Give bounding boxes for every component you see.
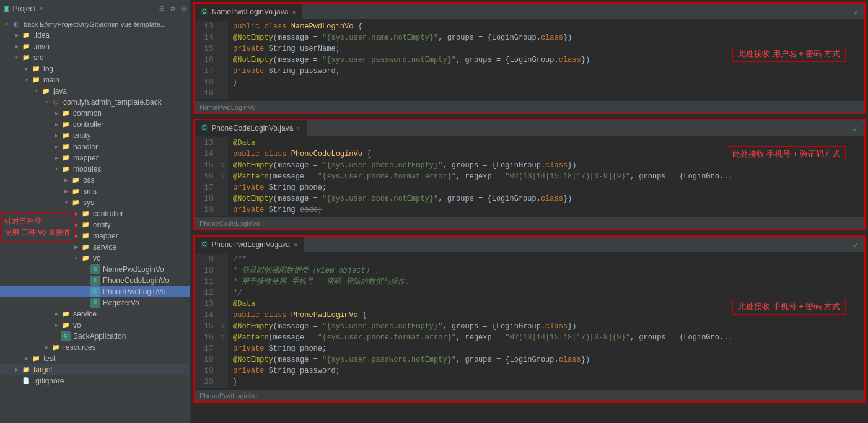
code-text: (message = bbox=[269, 172, 318, 181]
line-number: 13 bbox=[195, 21, 218, 32]
sidebar-item-com-lyh[interactable]: ▾ ⬡ com.lyh.admin_template.back bbox=[0, 97, 190, 108]
line-number: 15 bbox=[195, 43, 218, 55]
file-icon: 📄 bbox=[21, 376, 31, 386]
code-line: 17 private String password; bbox=[195, 66, 864, 77]
sidebar-item-java[interactable]: ▾ 📁 java bbox=[0, 85, 190, 97]
sidebar-item-sys-controller[interactable]: ▶ 📁 controller bbox=[0, 208, 190, 219]
tab-close-button[interactable]: × bbox=[297, 124, 300, 132]
code-text: }) bbox=[563, 33, 572, 42]
folder-icon: 📁 bbox=[61, 120, 71, 129]
sidebar-item-main[interactable]: ▾ 📁 main bbox=[0, 74, 190, 85]
tab-phonecodeloginvo[interactable]: C PhoneCodeLoginVo.java × bbox=[195, 120, 308, 136]
layout-icon[interactable]: ⇄ bbox=[170, 4, 175, 14]
folder-icon: 📁 bbox=[61, 142, 71, 152]
sidebar-item-sys-service[interactable]: ▶ 📁 service bbox=[0, 242, 190, 253]
sidebar-item-PhoneCodeLoginVo[interactable]: C PhoneCodeLoginVo bbox=[0, 275, 190, 286]
sidebar-item-sms[interactable]: ▶ 📁 sms bbox=[0, 186, 190, 197]
fold-icon[interactable]: ▽ bbox=[218, 332, 228, 343]
sidebar-item-sys-mapper[interactable]: ▶ 📁 mapper bbox=[0, 230, 190, 242]
sidebar-item-mapper[interactable]: ▶ 📁 mapper bbox=[0, 152, 190, 164]
line-content: @Data bbox=[228, 299, 255, 310]
folder-icon: 📁 bbox=[31, 75, 41, 85]
sidebar-item-handler[interactable]: ▶ 📁 handler bbox=[0, 141, 190, 152]
java-tab-icon: C bbox=[201, 8, 208, 15]
expand-arrow: ▶ bbox=[12, 32, 21, 39]
code-line: 17 private String phone; bbox=[195, 182, 864, 193]
tab-phonepwdloginvo[interactable]: C PhonePwdLoginVo.java × bbox=[195, 237, 304, 252]
sidebar-item-src[interactable]: ▾ 📁 src bbox=[0, 52, 190, 63]
line-number: 15 bbox=[195, 321, 218, 332]
code-text: , groups = {LoginGro... bbox=[630, 333, 733, 342]
package-icon: ⬡ bbox=[51, 97, 61, 107]
tab-close-button[interactable]: × bbox=[294, 241, 297, 248]
line-number: 14 bbox=[195, 310, 218, 321]
line-number: 10 bbox=[195, 265, 218, 276]
keyword: public bbox=[233, 311, 264, 320]
string-literal: "{sys.user.phone.notEmpty}" bbox=[322, 322, 442, 331]
sidebar-item-BackApplication[interactable]: C BackApplication bbox=[0, 331, 190, 342]
code-line: 13 @Data bbox=[195, 137, 864, 149]
sidebar-item-back[interactable]: ▾ ◧ back E:\myProject\myGit\admin-vue-te… bbox=[0, 19, 190, 30]
gutter bbox=[218, 32, 228, 43]
line-number: 14 bbox=[195, 32, 218, 43]
gear-icon[interactable]: ⚙ bbox=[182, 4, 186, 14]
code-line: 16 @NotEmpty(message = "{sys.user.passwo… bbox=[195, 55, 864, 66]
folder-icon: 📁 bbox=[51, 342, 61, 352]
sidebar-header: ▣ Project ▾ ⊞ ⇄ ⚙ bbox=[0, 0, 190, 17]
sidebar-item-gitignore[interactable]: 📄 .gitignore bbox=[0, 375, 190, 386]
code-text: , groups = {LoginGroup. bbox=[456, 355, 559, 364]
code-text: String phone; bbox=[269, 183, 327, 192]
expand-arrow: ▶ bbox=[72, 243, 81, 251]
line-content: @NotEmpty(message = "{sys.user.phone.not… bbox=[228, 321, 577, 332]
fold-icon[interactable]: ▽ bbox=[218, 160, 228, 171]
sidebar-item-target[interactable]: ▶ 📁 target bbox=[0, 364, 190, 375]
sidebar-item-PhonePwdLoginVo[interactable]: C PhonePwdLoginVo bbox=[0, 286, 190, 297]
keyword: class bbox=[264, 22, 291, 31]
sidebar-item-NamePwdLoginVo[interactable]: C NamePwdLoginVo bbox=[0, 264, 190, 275]
sidebar-item-service2[interactable]: ▶ 📁 service bbox=[0, 308, 190, 320]
tab-namepwdloginvo[interactable]: C NamePwdLoginVo.java × bbox=[195, 4, 303, 19]
sidebar-item-vo2[interactable]: ▶ 📁 vo bbox=[0, 320, 190, 331]
sidebar-item-common[interactable]: ▶ 📁 common bbox=[0, 108, 190, 119]
keyword: private bbox=[233, 45, 269, 53]
line-number: 19 bbox=[195, 365, 218, 377]
string-literal: "{sys.user.name.notEmpty}" bbox=[322, 33, 438, 42]
sidebar-item-controller[interactable]: ▶ 📁 controller bbox=[0, 119, 190, 130]
sidebar-item-resources[interactable]: ▶ 📁 resources bbox=[0, 342, 190, 353]
code-line: 19 bbox=[195, 88, 864, 99]
gutter bbox=[218, 299, 228, 310]
tab-close-button[interactable]: × bbox=[292, 8, 296, 15]
line-content: private String code; bbox=[228, 204, 322, 216]
nav-icon[interactable]: ⊞ bbox=[160, 4, 165, 14]
gutter: ▽ bbox=[218, 321, 228, 332]
sidebar-item-label: com.lyh.admin_template.back bbox=[63, 98, 162, 107]
fold-icon[interactable]: ▽ bbox=[218, 171, 228, 182]
java-tab-icon: C bbox=[201, 241, 208, 248]
fold-icon[interactable]: ▽ bbox=[218, 321, 228, 332]
annotation: @NotEmpty bbox=[233, 56, 273, 64]
gutter bbox=[218, 265, 228, 276]
folder-icon: 📁 bbox=[61, 108, 71, 118]
gutter bbox=[218, 149, 228, 160]
sidebar-item-mvn[interactable]: ▶ 📁 .mvn bbox=[0, 41, 190, 52]
sidebar-item-label: mapper bbox=[73, 154, 99, 162]
sidebar-item-RegisterVo[interactable]: C RegisterVo bbox=[0, 297, 190, 308]
sidebar-item-entity[interactable]: ▶ 📁 entity bbox=[0, 130, 190, 141]
line-content: public class PhoneCodeLoginVo { bbox=[228, 149, 371, 160]
sidebar-item-idea[interactable]: ▶ 📁 .idea bbox=[0, 30, 190, 41]
sidebar-item-log[interactable]: ▶ 📁 log bbox=[0, 63, 190, 74]
gutter bbox=[218, 377, 228, 388]
sidebar-item-test[interactable]: ▶ 📁 test bbox=[0, 353, 190, 364]
gutter bbox=[218, 21, 228, 32]
line-content: @NotEmpty(message = "{sys.user.password.… bbox=[228, 55, 590, 66]
sidebar-item-sys-entity[interactable]: ▶ 📁 entity bbox=[0, 219, 190, 230]
sidebar-item-sys-vo[interactable]: ▾ 📁 vo bbox=[0, 253, 190, 264]
sidebar-item-modules[interactable]: ▾ 📁 modules bbox=[0, 164, 190, 175]
sidebar-item-oss[interactable]: ▶ 📁 oss bbox=[0, 175, 190, 186]
expand-arrow: ▶ bbox=[72, 221, 81, 229]
expand-arrow: ▾ bbox=[2, 20, 11, 28]
sidebar-item-sys[interactable]: ▾ 📁 sys bbox=[0, 197, 190, 208]
line-number: 16 bbox=[195, 171, 218, 182]
line-content: @Pattern(message = "{sys.user.phone.form… bbox=[228, 332, 733, 343]
keyword: private bbox=[233, 344, 269, 353]
